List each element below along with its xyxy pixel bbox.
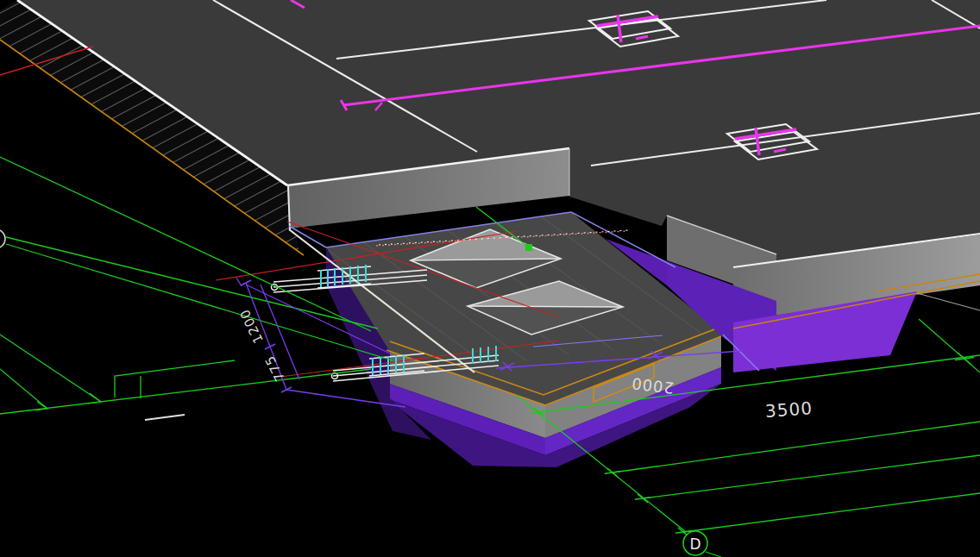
grid-bubble-left-partial: [0, 229, 5, 248]
grid-bubble-d-label: D: [689, 535, 700, 553]
grid-bubble-d[interactable]: D: [683, 531, 707, 555]
dim-text-3500[interactable]: 3500: [764, 397, 813, 422]
grid-line-end-marker: [525, 244, 532, 251]
leader-tick-white: [145, 415, 185, 420]
cad-3d-viewport[interactable]: D 1200 775 2000 2000 3500: [0, 0, 980, 557]
dim-text-775[interactable]: 775: [261, 353, 287, 384]
model-scene: D 1200 775 2000 2000 3500: [0, 0, 980, 557]
